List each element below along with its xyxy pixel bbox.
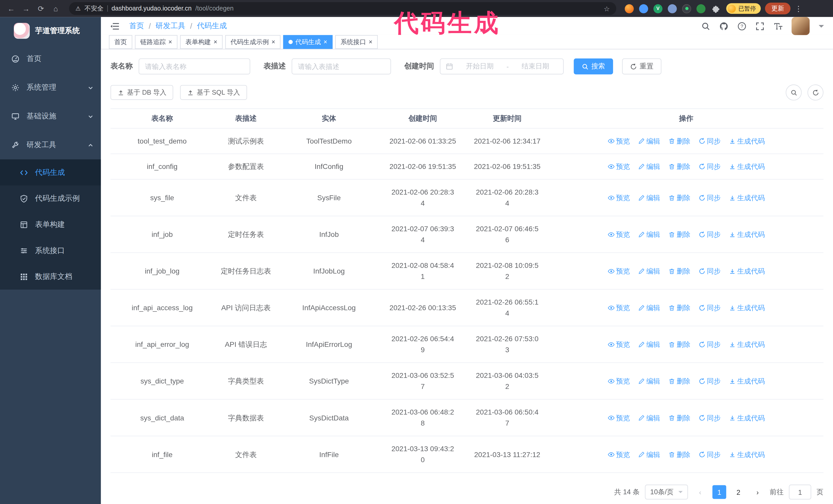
user-avatar[interactable]	[791, 17, 809, 35]
generate-code-link[interactable]: 生成代码	[729, 375, 765, 387]
extension-group-icon[interactable]	[668, 4, 677, 13]
github-icon[interactable]	[719, 22, 728, 30]
close-icon[interactable]: ×	[324, 39, 327, 45]
next-page-button[interactable]: ›	[751, 485, 765, 499]
sidebar-item-codegen[interactable]: 代码生成	[0, 160, 101, 186]
preview-link[interactable]: 预览	[608, 265, 630, 277]
edit-link[interactable]: 编辑	[638, 161, 660, 172]
edit-link[interactable]: 编辑	[638, 339, 660, 350]
import-sql-button[interactable]: 基于 SQL 导入	[180, 85, 247, 100]
sidebar-item-infrastructure[interactable]: 基础设施	[0, 102, 101, 131]
kebab-menu-icon[interactable]: ⋮	[794, 4, 803, 13]
edit-link[interactable]: 编辑	[638, 192, 660, 203]
bookmark-star-icon[interactable]: ☆	[603, 5, 610, 13]
generate-code-link[interactable]: 生成代码	[729, 339, 765, 350]
delete-link[interactable]: 删除	[668, 161, 690, 172]
goto-page-input[interactable]	[789, 484, 811, 499]
sync-link[interactable]: 同步	[698, 375, 721, 387]
tab-home[interactable]: 首页	[109, 35, 132, 49]
edit-link[interactable]: 编辑	[638, 449, 660, 460]
generate-code-link[interactable]: 生成代码	[729, 229, 765, 240]
sync-link[interactable]: 同步	[698, 161, 721, 172]
sync-link[interactable]: 同步	[698, 265, 721, 277]
sidebar-item-codegen-example[interactable]: 代码生成示例	[0, 185, 101, 212]
extension-leaf-icon[interactable]	[696, 4, 705, 13]
forward-icon[interactable]: →	[19, 2, 33, 16]
delete-link[interactable]: 删除	[668, 375, 690, 387]
refresh-table-button[interactable]	[808, 85, 824, 100]
tab-trace[interactable]: 链路追踪×	[135, 35, 177, 49]
close-icon[interactable]: ×	[168, 39, 172, 45]
reset-button[interactable]: 重置	[622, 58, 661, 74]
table-name-input[interactable]	[139, 58, 250, 74]
close-icon[interactable]: ×	[271, 39, 275, 45]
delete-link[interactable]: 删除	[668, 192, 690, 203]
sync-link[interactable]: 同步	[698, 412, 721, 423]
preview-link[interactable]: 预览	[608, 229, 630, 240]
close-icon[interactable]: ×	[214, 39, 217, 45]
extension-drop-icon[interactable]	[639, 4, 648, 13]
sidebar-item-home[interactable]: 首页	[0, 45, 101, 73]
sidebar-item-system-api[interactable]: 系统接口	[0, 237, 101, 264]
delete-link[interactable]: 删除	[668, 412, 690, 423]
extensions-puzzle-icon[interactable]	[711, 4, 720, 13]
extension-v-icon[interactable]: V	[653, 4, 662, 13]
tab-form-builder[interactable]: 表单构建×	[180, 35, 223, 49]
generate-code-link[interactable]: 生成代码	[729, 192, 765, 203]
delete-link[interactable]: 删除	[668, 265, 690, 277]
edit-link[interactable]: 编辑	[638, 265, 660, 277]
generate-code-link[interactable]: 生成代码	[729, 136, 765, 147]
edit-link[interactable]: 编辑	[638, 136, 660, 147]
preview-link[interactable]: 预览	[608, 302, 630, 313]
sync-link[interactable]: 同步	[698, 302, 721, 313]
preview-link[interactable]: 预览	[608, 339, 630, 350]
prev-page-button[interactable]: ‹	[693, 485, 707, 499]
preview-link[interactable]: 预览	[608, 192, 630, 203]
chevron-down-icon[interactable]	[819, 25, 824, 30]
search-icon[interactable]	[701, 22, 710, 30]
address-bar[interactable]: ⚠ 不安全 dashboard.yudao.iocoder.cn/tool/co…	[69, 2, 616, 15]
edit-link[interactable]: 编辑	[638, 229, 660, 240]
page-button-1[interactable]: 1	[712, 485, 726, 499]
sync-link[interactable]: 同步	[698, 192, 721, 203]
home-icon[interactable]: ⌂	[49, 2, 63, 16]
generate-code-link[interactable]: 生成代码	[729, 302, 765, 313]
delete-link[interactable]: 删除	[668, 449, 690, 460]
tab-system-api[interactable]: 系统接口×	[335, 35, 378, 49]
preview-link[interactable]: 预览	[608, 449, 630, 460]
font-size-icon[interactable]	[774, 22, 783, 30]
import-db-button[interactable]: 基于 DB 导入	[111, 85, 173, 100]
generate-code-link[interactable]: 生成代码	[729, 161, 765, 172]
fullscreen-icon[interactable]	[755, 22, 764, 30]
tab-codegen[interactable]: 代码生成×	[283, 35, 333, 49]
delete-link[interactable]: 删除	[668, 136, 690, 147]
sidebar-item-system-management[interactable]: 系统管理	[0, 73, 101, 102]
tab-codegen-example[interactable]: 代码生成示例×	[225, 35, 281, 49]
hamburger-icon[interactable]	[110, 22, 120, 30]
search-button[interactable]: 搜索	[574, 58, 613, 74]
generate-code-link[interactable]: 生成代码	[729, 412, 765, 423]
breadcrumb-home[interactable]: 首页	[129, 21, 144, 31]
preview-link[interactable]: 预览	[608, 161, 630, 172]
preview-link[interactable]: 预览	[608, 136, 630, 147]
back-icon[interactable]: ←	[4, 2, 18, 16]
question-icon[interactable]: ?	[737, 22, 746, 30]
edit-link[interactable]: 编辑	[638, 375, 660, 387]
generate-code-link[interactable]: 生成代码	[729, 265, 765, 277]
sync-link[interactable]: 同步	[698, 136, 721, 147]
preview-link[interactable]: 预览	[608, 412, 630, 423]
edit-link[interactable]: 编辑	[638, 412, 660, 423]
reload-icon[interactable]: ⟳	[34, 2, 48, 16]
edit-link[interactable]: 编辑	[638, 302, 660, 313]
date-range-picker[interactable]: 开始日期 - 结束日期	[440, 58, 564, 74]
breadcrumb-dev-tools[interactable]: 研发工具	[156, 21, 185, 31]
generate-code-link[interactable]: 生成代码	[729, 449, 765, 460]
delete-link[interactable]: 删除	[668, 339, 690, 350]
profile-paused-badge[interactable]: 已暂停	[726, 3, 761, 14]
preview-link[interactable]: 预览	[608, 375, 630, 387]
sidebar-item-form-builder[interactable]: 表单构建	[0, 212, 101, 238]
sync-link[interactable]: 同步	[698, 229, 721, 240]
delete-link[interactable]: 删除	[668, 302, 690, 313]
sidebar-item-db-doc[interactable]: 数据库文档	[0, 264, 101, 290]
extension-fox-icon[interactable]	[625, 4, 634, 13]
